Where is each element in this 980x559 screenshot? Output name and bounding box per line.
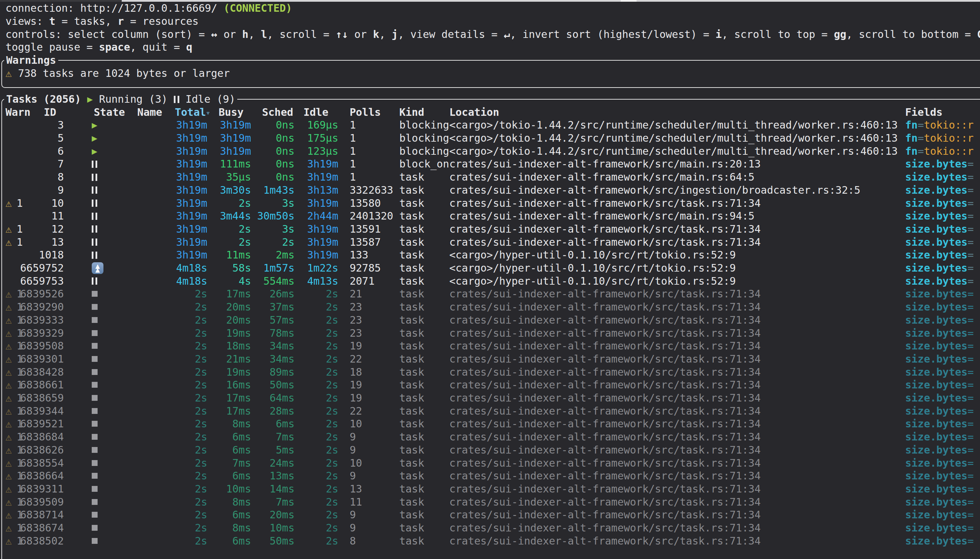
state-completed-icon	[92, 470, 98, 483]
field-key: size.bytes	[905, 288, 968, 300]
cell-kind: task	[399, 314, 424, 327]
task-row[interactable]: 113h19m3m44s30m50s2h44m2401320taskcrates…	[0, 210, 980, 223]
column-header-warn[interactable]: Warn	[5, 106, 30, 119]
toggle-seg-1: space	[99, 41, 130, 53]
field-value: tokio::r	[924, 119, 974, 131]
views-line: views: t = tasks, r = resources	[5, 15, 980, 28]
cell-fields: size.bytes=	[905, 379, 974, 392]
cell-polls: 1	[350, 132, 356, 145]
spacer	[179, 93, 185, 106]
cell-idle: 2s	[283, 443, 338, 456]
state-completed-icon	[92, 534, 98, 547]
cell-location: <cargo>/tokio-1.44.2/src/runtime/schedul…	[449, 132, 897, 145]
cell-task-id: 6838661	[0, 379, 64, 392]
cell-task-id: 6659752	[0, 261, 64, 275]
idle-label: Idle (9)	[185, 93, 235, 106]
task-row[interactable]: ⚠168386742s8ms10ms2s9taskcrates/sui-inde…	[0, 521, 980, 534]
task-row[interactable]: 3▶3h19m3h19m0ns169µs1blocking<cargo>/tok…	[0, 119, 980, 132]
column-header-location[interactable]: Location	[449, 106, 499, 119]
task-row[interactable]: ⚠1133h19m2s2s3h19m13587taskcrates/sui-in…	[0, 236, 980, 249]
task-row[interactable]: ⚠168386642s6ms13ms2s9taskcrates/sui-inde…	[0, 470, 980, 483]
column-header-busy[interactable]: Busy	[219, 106, 243, 119]
cell-kind: task	[399, 339, 424, 352]
task-row[interactable]: 66597534m18s4s554ms4m13s2071task<cargo>/…	[0, 275, 980, 288]
running-label: Running (3)	[99, 93, 167, 106]
task-row[interactable]: ⚠168393332s20ms57ms2s23taskcrates/sui-in…	[0, 314, 980, 327]
cell-task-id: 6838502	[0, 534, 64, 547]
task-row[interactable]: ⚠168386262s6ms5ms2s9taskcrates/sui-index…	[0, 443, 980, 456]
controls-seg-7: ↑↓	[336, 28, 348, 40]
task-row[interactable]: ⚠168393442s17ms28ms2s22taskcrates/sui-in…	[0, 405, 980, 418]
cell-kind: task	[399, 417, 424, 430]
cell-fields: size.bytes=	[905, 366, 974, 379]
task-row[interactable]: ⚠168395212s8ms6ms2s10taskcrates/sui-inde…	[0, 417, 980, 430]
cell-task-id: 6838626	[0, 443, 64, 456]
column-header-kind[interactable]: Kind	[399, 106, 424, 119]
task-row[interactable]: ⚠168387142s6ms20ms2s9taskcrates/sui-inde…	[0, 508, 980, 521]
field-equals: =	[917, 119, 924, 131]
state-completed-icon	[92, 352, 98, 366]
task-row[interactable]: ⚠168385022s6ms50ms2s8taskcrates/sui-inde…	[0, 534, 980, 547]
controls-seg-13: ↵	[504, 28, 510, 40]
task-row[interactable]: 93h19m3m30s1m43s3h13m3322633taskcrates/s…	[0, 184, 980, 197]
state-idle-pause-icon	[92, 248, 97, 261]
cell-fields: fn=tokio::r	[905, 119, 974, 132]
column-header-fields[interactable]: Fields	[905, 106, 942, 119]
field-value: tokio::r	[924, 145, 974, 157]
column-header-idle[interactable]: Idle	[303, 106, 328, 119]
task-row[interactable]: ⚠1103h19m2s3s3h19m13580taskcrates/sui-in…	[0, 197, 980, 210]
task-row[interactable]: ⚠168384282s19ms89ms2s18taskcrates/sui-in…	[0, 366, 980, 379]
field-equals: =	[968, 522, 974, 534]
column-header-id[interactable]: ID	[44, 106, 56, 119]
task-row[interactable]: 6▶3h19m3h19m0ns123µs1blocking<cargo>/tok…	[0, 145, 980, 158]
connection-line: connection: http://127.0.0.1:6669/ (CONN…	[5, 2, 980, 15]
state-completed-icon	[92, 288, 98, 301]
cell-fields: size.bytes=	[905, 236, 974, 249]
cell-polls: 1	[350, 170, 356, 184]
task-row[interactable]: 6659752▲▲4m18s58s1m57s1m22s92785task<car…	[0, 261, 980, 275]
cell-location: crates/sui-indexer-alt-framework/src/tas…	[449, 483, 761, 496]
task-row[interactable]: 83h19m35µs0ns3h19m1taskcrates/sui-indexe…	[0, 170, 980, 184]
cell-location: crates/sui-indexer-alt-framework/src/mai…	[449, 170, 755, 184]
column-header-state[interactable]: State	[94, 106, 125, 119]
task-row[interactable]: ⚠168386592s17ms64ms2s19taskcrates/sui-in…	[0, 392, 980, 405]
field-equals: =	[917, 145, 924, 157]
task-row[interactable]: ⚠168393292s19ms78ms2s23taskcrates/sui-in…	[0, 327, 980, 340]
cell-idle: 123µs	[283, 145, 338, 158]
task-row[interactable]: ⚠168395082s18ms34ms2s19taskcrates/sui-in…	[0, 339, 980, 352]
cell-location: crates/sui-indexer-alt-framework/src/ing…	[449, 184, 860, 197]
cell-polls: 22	[350, 352, 362, 366]
task-row[interactable]: 73h19m111ms0ns3h19m1block_oncrates/sui-i…	[0, 157, 980, 170]
warning-text	[12, 67, 18, 79]
toggle-seg-3: q	[186, 41, 192, 53]
task-row[interactable]: ⚠168393112s10ms14ms2s13taskcrates/sui-in…	[0, 483, 980, 496]
task-row[interactable]: ⚠168386842s6ms7ms2s9taskcrates/sui-index…	[0, 430, 980, 443]
cell-polls: 9	[350, 521, 356, 534]
column-header-sched[interactable]: Sched	[262, 106, 293, 119]
task-row[interactable]: ⚠168393012s21ms34ms2s22taskcrates/sui-in…	[0, 352, 980, 366]
warning-item: ⚠ 738 tasks are 1024 bytes or larger	[5, 67, 980, 80]
task-row[interactable]: ⚠168392902s20ms37ms2s23taskcrates/sui-in…	[0, 301, 980, 314]
task-row[interactable]: ⚠1123h19m2s3s3h19m13591taskcrates/sui-in…	[0, 223, 980, 236]
task-row[interactable]: ⚠168395092s8ms7ms2s11taskcrates/sui-inde…	[0, 496, 980, 509]
controls-seg-5: l	[261, 28, 267, 40]
task-row[interactable]: ⚠168386612s16ms50ms2s19taskcrates/sui-in…	[0, 379, 980, 392]
cell-kind: task	[399, 223, 424, 236]
running-count-label	[93, 93, 99, 106]
field-equals: =	[968, 509, 974, 521]
task-row[interactable]: 5▶3h19m3h19m0ns175µs1blocking<cargo>/tok…	[0, 132, 980, 145]
task-row[interactable]: ⚠168385542s7ms24ms2s10taskcrates/sui-ind…	[0, 456, 980, 470]
cell-polls: 9	[350, 430, 356, 443]
task-row[interactable]: 10183h19m11ms2ms3h19m133task<cargo>/hype…	[0, 248, 980, 261]
column-header-total[interactable]: Total▿	[175, 106, 210, 119]
cell-idle: 2s	[283, 483, 338, 496]
state-running-icon: ▶	[92, 145, 97, 158]
views-seg-0: views:	[5, 15, 49, 27]
column-header-polls[interactable]: Polls	[350, 106, 381, 119]
cell-fields: fn=tokio::r	[905, 145, 974, 158]
field-equals: =	[968, 184, 974, 196]
cell-task-id: 6839311	[0, 483, 64, 496]
task-row[interactable]: ⚠168395262s17ms26ms2s21taskcrates/sui-in…	[0, 288, 980, 301]
cell-task-id: 7	[0, 157, 64, 170]
column-header-name[interactable]: Name	[137, 106, 162, 119]
